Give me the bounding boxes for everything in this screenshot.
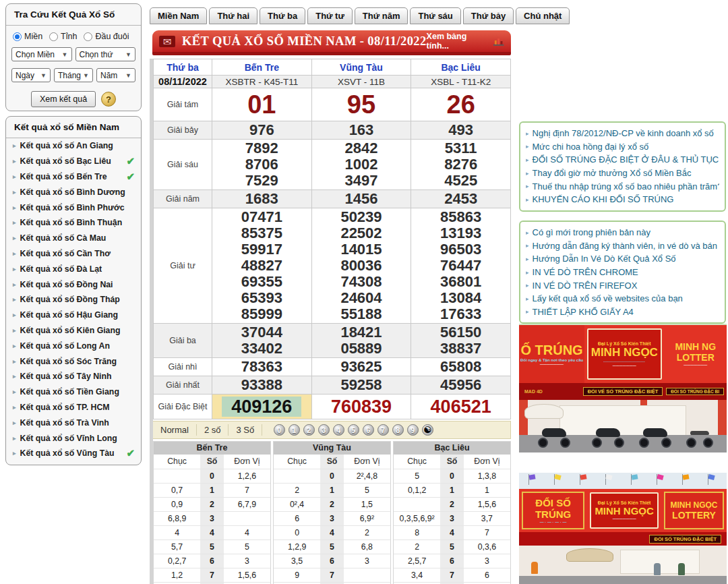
filter-mode-normal[interactable]: Normal [153, 424, 197, 436]
news-link[interactable]: ▸ĐỔI SỐ TRÚNG ĐẶC BIỆT Ở ĐÂU & THỦ TỤC N… [526, 153, 719, 167]
person [678, 563, 685, 575]
sidebar-item[interactable]: ▸Kết quả xổ số Tiền Giang [6, 384, 141, 400]
analysis-cell: 6 [200, 554, 224, 568]
tab-thứ-ba[interactable]: Thứ ba [260, 7, 305, 24]
radio-tinh[interactable] [49, 32, 58, 41]
arrow-bullet-icon: ▸ [13, 235, 16, 241]
news-link[interactable]: ▸Hướng dẫn đăng ký thành viên, in vé dò … [526, 239, 719, 253]
draw-code: XSBTR - K45-T11 [212, 76, 312, 88]
digit-ball-1[interactable]: 1 [289, 424, 300, 436]
select-weekday[interactable]: Chọn thứ ▼ [75, 47, 136, 61]
sidebar-item[interactable]: ▸Kết quả xổ số Đà Lạt [6, 261, 141, 276]
analysis-cell: 1,5,6 [464, 497, 510, 511]
filter-mode-3-số[interactable]: 3 Số [229, 424, 262, 436]
prize-number: 85863 [411, 209, 510, 225]
analysis-row: 3,563 [274, 554, 390, 568]
sidebar-item[interactable]: ▸Kết quả xổ số Bến Tre✔ [6, 169, 141, 185]
digit-ball-4[interactable]: 4 [333, 424, 344, 436]
arrow-bullet-icon: ▸ [526, 256, 529, 262]
news-link[interactable]: ▸IN VÉ DÒ TRÊN CHROME [526, 266, 719, 279]
digit-ball-7[interactable]: 7 [377, 424, 389, 436]
analysis-cell: 3 [200, 511, 224, 525]
sidebar-item[interactable]: ▸Kết quả xổ số Tây Ninh [6, 369, 141, 384]
sidebar-item[interactable]: ▸Kết quả xổ số Sóc Trăng [6, 353, 141, 369]
select-region[interactable]: Chọn Miền ▼ [11, 47, 72, 61]
digit-ball-0[interactable]: 0 [274, 424, 285, 436]
digit-ball-6[interactable]: 6 [363, 424, 374, 436]
sidebar-item[interactable]: ▸Kết quả xổ số Bình Phước [6, 200, 141, 215]
news-link[interactable]: ▸Có gì mới trong phiên bản này [526, 226, 719, 239]
tab-thứ-năm[interactable]: Thứ năm [355, 7, 408, 24]
tab-thứ-sáu[interactable]: Thứ sáu [410, 7, 460, 24]
sidebar-item[interactable]: ▸Kết quả xổ số Vũng Tàu✔ [6, 446, 141, 461]
analysis-cell: 1,5,6 [224, 568, 270, 582]
prize-number: 163 [312, 122, 411, 138]
sidebar-item[interactable]: ▸Kết quả xổ số Đồng Tháp [6, 292, 141, 308]
prize-number: 65808 [411, 359, 510, 375]
view-results-button[interactable]: Xem kết quả [31, 91, 96, 107]
news-link[interactable]: ▸Thuế thu nhập trúng xổ số bao nhiêu phầ… [526, 179, 719, 193]
tab-chủ-nhật[interactable]: Chủ nhật [516, 7, 570, 24]
motorbike [639, 428, 671, 443]
sidebar-item[interactable]: ▸Kết quả xổ số Bạc Liêu✔ [6, 154, 141, 169]
radio-dauduoi[interactable] [84, 32, 92, 41]
analysis-cell: 5,7 [154, 539, 200, 554]
sidebar-item[interactable]: ▸Kết quả xổ số Cần Thơ [6, 246, 141, 262]
tab-thứ-hai[interactable]: Thứ hai [209, 7, 257, 24]
filter-bar: Normal2 số3 Số 0123456789☯ [153, 421, 511, 439]
prize-number: 17633 [411, 306, 510, 322]
news-link[interactable]: ▸Lấy kết quả xổ số về websites của bạn [526, 292, 719, 305]
help-icon[interactable]: ? [101, 92, 116, 107]
sidebar-item[interactable]: ▸Kết quả xổ số Long An [6, 338, 141, 353]
tab-thứ-bảy[interactable]: Thứ bảy [463, 7, 514, 24]
news-link[interactable]: ▸THIẾT LẬP KHỔ GIẤY A4 [526, 305, 719, 319]
digit-ball-2[interactable]: 2 [303, 424, 315, 436]
digit-ball-8[interactable]: 8 [392, 424, 404, 436]
news-link[interactable]: ▸IN VÉ DÒ TRÊN FIREFOX [526, 279, 719, 292]
tab-thứ-tư[interactable]: Thứ tư [307, 7, 353, 24]
digit-ball-5[interactable]: 5 [348, 424, 359, 436]
prize-row: Giải Đặc Biệt409126760839406521 [154, 395, 511, 419]
analysis-cell: 7 [464, 525, 510, 539]
sidebar-item[interactable]: ▸Kết quả xổ số Trà Vinh [6, 415, 141, 430]
sidebar-item[interactable]: ▸Kết quả xổ số Vĩnh Long [6, 430, 141, 446]
analysis-cell: 0,1,2 [394, 483, 440, 497]
digit-ball-9[interactable]: 9 [407, 424, 419, 436]
yinyang-ball-icon[interactable]: ☯ [422, 424, 433, 436]
sidebar-item[interactable]: ▸Kết quả xổ số Hậu Giang [6, 308, 141, 323]
news-link[interactable]: ▸Nghị định 78/2012/NĐ-CP về kinh doanh x… [526, 127, 719, 140]
sidebar-item[interactable]: ▸Kết quả xổ số An Giang [6, 138, 141, 154]
tab-miền-nam[interactable]: Miền Nam [150, 7, 207, 24]
sidebar-item[interactable]: ▸Kết quả xổ số Cà Mau [6, 231, 141, 246]
filter-mode-2-số[interactable]: 2 số [197, 424, 229, 436]
analysis-tables: Bến TreChụcSốĐơn Vị01,2,60,7170,926,7,96… [153, 441, 511, 584]
prize-number: 1683 [212, 191, 311, 207]
select-month[interactable]: Tháng ▼ [54, 68, 93, 82]
prize-number: 8706 [212, 156, 311, 173]
analysis-section-title: Vũng Tàu [274, 442, 390, 455]
analysis-row: 0,926,7,9 [154, 497, 270, 511]
view-spreadsheet-link[interactable]: Xem bảng tính... [427, 32, 504, 51]
analysis-row: 02²,4,8 [274, 469, 390, 483]
prize-cell: 65808 [411, 358, 511, 376]
prize-label: Giải nhì [154, 358, 212, 376]
radio-mien[interactable] [13, 32, 22, 41]
prize-cell: 531182764525 [411, 140, 511, 190]
sidebar-item[interactable]: ▸Kết quả xổ số Bình Dương [6, 184, 141, 200]
news-link[interactable]: ▸Hướng Dẫn In Vé Dò Kết Quả Xổ Số [526, 252, 719, 266]
select-year[interactable]: Năm ▼ [96, 68, 135, 82]
sidebar-item[interactable]: ▸Kết quả xổ số Kiên Giang [6, 323, 141, 339]
sidebar-item[interactable]: ▸Kết quả xổ số Đồng Nai [6, 276, 141, 292]
select-month-value: Tháng [58, 71, 81, 80]
prize-number: 2842 [312, 140, 411, 156]
select-day[interactable]: Ngày ▼ [11, 68, 51, 82]
sidebar-item[interactable]: ▸Kết quả xổ số TP. HCM [6, 400, 141, 415]
chevron-down-icon: ▼ [62, 51, 68, 58]
news-link[interactable]: ▸KHUYẾN CÁO KHI ĐỔI SỐ TRÚNG [526, 193, 719, 206]
prize-number: 760839 [312, 395, 411, 418]
analysis-header-row: ChụcSốĐơn Vị [154, 455, 270, 469]
news-link[interactable]: ▸Thay đổi giờ mở thưởng Xổ số Miền Bắc [526, 167, 719, 180]
news-link[interactable]: ▸Mức chi hoa hồng đại lý xổ số [526, 140, 719, 154]
sidebar-item[interactable]: ▸Kết quả xổ số Bình Thuận [6, 215, 141, 231]
digit-ball-3[interactable]: 3 [318, 424, 330, 436]
